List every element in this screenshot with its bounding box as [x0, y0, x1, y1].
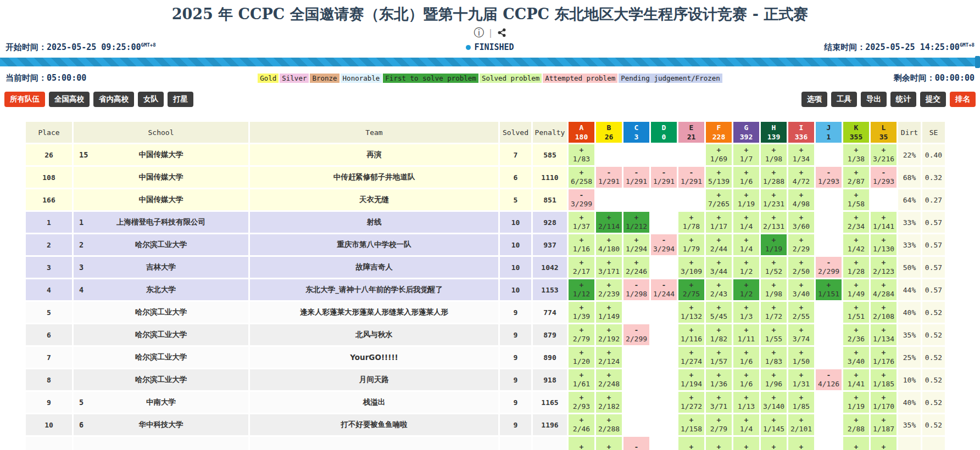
problem-cell-C [623, 414, 649, 435]
problem-cell-L: +1/141 [871, 212, 897, 233]
problem-cell-B: + [596, 437, 622, 450]
problem-cell-K: +1/41 [843, 369, 869, 390]
team-cell: 中传赶紧修郁子井地道队 [250, 167, 498, 188]
problem-cell-K: +1/19 [843, 392, 869, 413]
org-rank: 3 [79, 263, 83, 272]
problem-cell-I: +1/50 [788, 347, 814, 368]
team-cell: 逢来人彩蓬莱大形蓬菜人形缝莱入形蓬莱人形 [250, 302, 498, 323]
problem-cell-D [651, 392, 677, 413]
action-buttons: 选项工具导出统计提交排名 [801, 92, 976, 107]
problem-header-D: D0 [651, 122, 677, 143]
team-cell: 东北大学_请神十八年前的学长后我觉醒了 [250, 279, 498, 300]
problem-cell-L: +1/176 [871, 347, 897, 368]
place-cell: 6 [26, 324, 72, 345]
dirt-cell: 40% [898, 302, 921, 323]
problem-cell-I: +4/98 [788, 189, 814, 210]
problem-cell-I: +3/40 [788, 279, 814, 300]
contest-progress-bar[interactable] [0, 58, 980, 66]
filter-provincial-schools[interactable]: 省内高校 [93, 92, 134, 107]
end-time: 结束时间：2025-05-25 14:25:00GMT+8 [824, 42, 975, 53]
problem-cell-F: +1/57 [706, 347, 732, 368]
filter-starred[interactable]: 打星 [168, 92, 193, 107]
school-cell: 中国传媒大学15 [74, 144, 248, 165]
problem-cell-B [596, 189, 622, 210]
problem-cell-B: +2/124 [596, 347, 622, 368]
org-rank: 2 [79, 240, 83, 249]
school-cell: 哈尔滨工业大学 [74, 369, 248, 390]
icon-separator: | [489, 27, 492, 38]
penalty-cell: 1196 [533, 414, 567, 435]
solved-cell: 10 [500, 257, 531, 278]
action-statistics[interactable]: 统计 [890, 92, 916, 107]
problem-cell-A: -3/299 [569, 189, 594, 210]
problem-cell-H: +1/55 [761, 324, 787, 345]
problem-cell-C [623, 189, 649, 210]
action-submissions[interactable]: 提交 [920, 92, 946, 107]
solved-cell: 7 [500, 144, 531, 165]
team-row: 3吉林大学3故障吉奇人101042+2/17+3/171+2/246+3/109… [26, 257, 945, 278]
problem-cell-A: +1/12 [569, 279, 594, 300]
start-tz: GMT+8 [141, 42, 156, 48]
share-icon[interactable] [497, 28, 506, 37]
problem-cell-C [623, 347, 649, 368]
problem-cell-H: +1/72 [761, 302, 787, 323]
problem-cell-E: +1/158 [678, 414, 704, 435]
problem-cell-F: +5/45 [706, 302, 732, 323]
team-row: 8哈尔滨工业大学月间天路9918+1/61+2/248+1/194+1/36+1… [26, 369, 945, 390]
team-row: 166中国传媒大学天衣无缝5851-3/299+7/265+1/19+1/231… [26, 189, 945, 210]
problem-cell-I: +2/50 [788, 257, 814, 278]
place-cell: 2 [26, 234, 72, 255]
problem-cell-F: + [706, 437, 732, 450]
problem-cell-A: + [569, 437, 594, 450]
action-rank[interactable]: 排名 [950, 92, 976, 107]
legend-solved-problem: Solved problem [480, 74, 542, 83]
problem-cell-I: +2/55 [788, 302, 814, 323]
problem-header-B: B26 [596, 122, 622, 143]
action-export[interactable]: 导出 [861, 92, 887, 107]
se-cell: 0.52 [922, 369, 945, 390]
team-row: 26中国传媒大学15再演7585+1/83+1/69+1/7+1/98+1/34… [26, 144, 945, 165]
problem-cell-F: +2/43 [706, 279, 732, 300]
action-tools[interactable]: 工具 [831, 92, 857, 107]
problem-cell-I: +4/72 [788, 167, 814, 188]
penalty-cell: 1165 [533, 392, 567, 413]
solved-cell: 9 [500, 414, 531, 435]
se-cell: 0.52 [922, 392, 945, 413]
filter-girls-teams[interactable]: 女队 [138, 92, 164, 107]
dirt-cell: 35% [898, 414, 921, 435]
problem-cell-C: -2/299 [623, 324, 649, 345]
problem-cell-G: +1/6 [733, 167, 759, 188]
penalty-cell: 928 [533, 212, 567, 233]
problem-cell-B: +1/149 [596, 302, 622, 323]
problem-cell-H: +2/131 [761, 212, 787, 233]
school-cell: 中南大学5 [74, 392, 248, 413]
problem-cell-B: +2/114 [596, 212, 622, 233]
school-cell: 哈尔滨工业大学 [74, 324, 248, 345]
team-row: 10华中科技大学6打不好要被鱼鱼喃啦91196+2/46+2/288+1/158… [26, 414, 945, 435]
place-cell: 108 [26, 167, 72, 188]
problem-cell-G: +1/6 [733, 347, 759, 368]
problem-cell-B: +2/248 [596, 369, 622, 390]
problem-cell-G: +1/13 [733, 392, 759, 413]
action-options[interactable]: 选项 [801, 92, 827, 107]
problem-cell-K: +2/88 [843, 414, 869, 435]
problem-cell-G: + [733, 437, 759, 450]
problem-cell-G: +1/4 [733, 212, 759, 233]
problem-cell-A: +2/17 [569, 257, 594, 278]
dirt-cell: 22% [898, 144, 921, 165]
solved-cell: 9 [500, 392, 531, 413]
problem-cell-C: +2/246 [623, 257, 649, 278]
problem-header-F: F228 [706, 122, 732, 143]
progress-handle[interactable] [975, 56, 980, 68]
problem-cell-J [816, 347, 842, 368]
problem-cell-I: +3/60 [788, 212, 814, 233]
solved-cell: 9 [500, 324, 531, 345]
mid-bar: 当前时间：05:00:00 GoldSilverBronzeHonorableF… [0, 72, 980, 84]
header-icons: ⓘ | [0, 25, 980, 40]
filter-all-teams[interactable]: 所有队伍 [4, 92, 45, 107]
info-icon[interactable]: ⓘ [474, 27, 484, 38]
problem-cell-C [623, 144, 649, 165]
problem-cell-H: + [761, 437, 787, 450]
problem-cell-B: +2/288 [596, 414, 622, 435]
filter-national-schools[interactable]: 全国高校 [49, 92, 90, 107]
